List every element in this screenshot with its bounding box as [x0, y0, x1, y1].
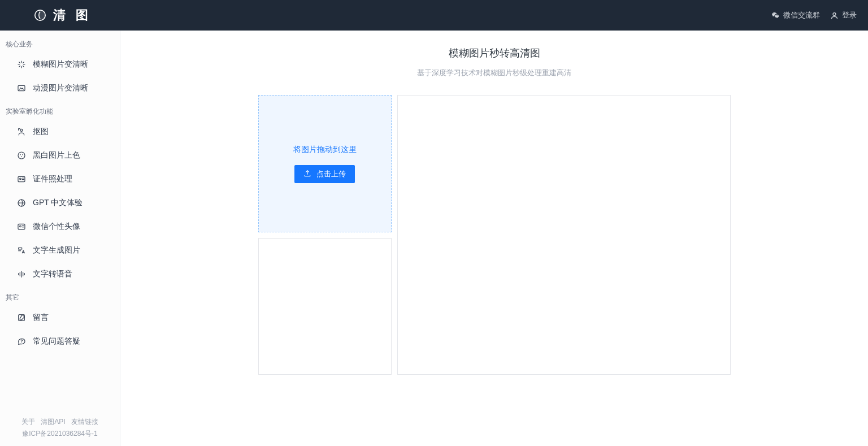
- idphoto-icon: [17, 175, 26, 184]
- wechat-icon: [771, 11, 780, 20]
- sidebar-item[interactable]: 留言: [0, 306, 120, 330]
- avatar-icon: [17, 222, 26, 231]
- user-icon: [830, 11, 839, 20]
- dropzone-text: 将图片拖动到这里: [293, 145, 357, 155]
- anime-icon: [17, 84, 26, 93]
- brand-name: 清 图: [53, 7, 92, 24]
- footer-link[interactable]: 关于: [21, 416, 35, 427]
- sidebar-item-label: 证件照处理: [33, 174, 72, 184]
- svg-point-1: [833, 12, 836, 15]
- cutout-icon: [17, 127, 26, 136]
- svg-rect-8: [18, 176, 25, 181]
- wechat-group-link[interactable]: 微信交流群: [771, 10, 820, 20]
- footer-link[interactable]: 清图API: [41, 416, 65, 427]
- sidebar-item[interactable]: 证件照处理: [0, 167, 120, 191]
- work-area: 将图片拖动到这里 点击上传: [120, 84, 868, 392]
- page-head: 模糊图片秒转高清图 基于深度学习技术对模糊图片秒级处理重建高清: [120, 31, 868, 84]
- app-header: 清 图 微信交流群 登录: [0, 0, 868, 31]
- sidebar-footer: 关于清图API友情链接 豫ICP备2021036284号-1: [0, 408, 120, 446]
- sidebar-item-label: 黑白图片上色: [33, 150, 80, 161]
- svg-point-14: [21, 342, 22, 343]
- svg-point-7: [21, 156, 22, 157]
- sidebar-item[interactable]: 文字转语音: [0, 262, 120, 286]
- svg-point-4: [18, 152, 25, 159]
- sidebar-nav-scroll[interactable]: 核心业务模糊图片变清晰动漫图片变清晰实验室孵化功能抠图黑白图片上色证件照处理GP…: [0, 31, 120, 408]
- login-link[interactable]: 登录: [830, 10, 857, 20]
- sidebar-group-label: 实验室孵化功能: [0, 100, 120, 120]
- sidebar-item[interactable]: 常见问题答疑: [0, 330, 120, 353]
- page-subtitle: 基于深度学习技术对模糊图片秒级处理重建高清: [120, 68, 868, 78]
- sidebar-group-label: 其它: [0, 286, 120, 306]
- footer-link[interactable]: 友情链接: [71, 416, 98, 427]
- brand[interactable]: 清 图: [34, 7, 92, 24]
- left-column: 将图片拖动到这里 点击上传: [258, 95, 392, 375]
- sidebar-item-label: 常见问题答疑: [33, 336, 80, 347]
- sidebar-item[interactable]: 微信个性头像: [0, 215, 120, 239]
- svg-point-5: [20, 154, 21, 155]
- enhance-icon: [17, 60, 26, 69]
- sidebar-item[interactable]: GPT 中文体验: [0, 191, 120, 215]
- sidebar-item-label: 模糊图片变清晰: [33, 59, 88, 70]
- sidebar-item[interactable]: 黑白图片上色: [0, 144, 120, 167]
- sidebar: 核心业务模糊图片变清晰动漫图片变清晰实验室孵化功能抠图黑白图片上色证件照处理GP…: [0, 31, 120, 446]
- sidebar-item-label: 留言: [33, 313, 49, 323]
- svg-point-12: [20, 226, 21, 227]
- login-label: 登录: [842, 10, 857, 20]
- gpt-icon: [17, 198, 26, 207]
- svg-point-9: [20, 178, 21, 180]
- result-panel: [397, 95, 731, 375]
- sidebar-item-label: GPT 中文体验: [33, 198, 83, 208]
- upload-icon: [303, 170, 312, 178]
- sidebar-item-label: 文字转语音: [33, 269, 72, 279]
- sidebar-item[interactable]: 模糊图片变清晰: [0, 53, 120, 76]
- sidebar-item-label: 抠图: [33, 127, 49, 137]
- sidebar-item[interactable]: 抠图: [0, 120, 120, 144]
- sidebar-item[interactable]: 动漫图片变清晰: [0, 76, 120, 100]
- faq-icon: [17, 337, 26, 346]
- feedback-icon: [17, 313, 26, 322]
- text2img-icon: [17, 246, 26, 255]
- tts-icon: [17, 270, 26, 279]
- main-content: 模糊图片秒转高清图 基于深度学习技术对模糊图片秒级处理重建高清 将图片拖动到这里…: [120, 31, 868, 446]
- sidebar-item-label: 文字生成图片: [33, 245, 80, 256]
- svg-rect-11: [18, 224, 25, 229]
- sidebar-item-label: 微信个性头像: [33, 222, 80, 232]
- page-title: 模糊图片秒转高清图: [120, 46, 868, 60]
- colorize-icon: [17, 151, 26, 160]
- header-actions: 微信交流群 登录: [771, 10, 857, 20]
- upload-dropzone[interactable]: 将图片拖动到这里 点击上传: [258, 95, 392, 232]
- upload-button-label: 点击上传: [316, 169, 346, 179]
- app-shell: 核心业务模糊图片变清晰动漫图片变清晰实验室孵化功能抠图黑白图片上色证件照处理GP…: [0, 31, 868, 446]
- svg-point-6: [22, 154, 23, 155]
- upload-button[interactable]: 点击上传: [294, 165, 355, 183]
- icp-link[interactable]: 豫ICP备2021036284号-1: [6, 428, 114, 439]
- sidebar-item[interactable]: 文字生成图片: [0, 239, 120, 262]
- sidebar-group-label: 核心业务: [0, 33, 120, 53]
- brand-logo-icon: [34, 9, 46, 21]
- svg-point-3: [20, 129, 23, 131]
- wechat-group-label: 微信交流群: [783, 10, 820, 20]
- sidebar-item-label: 动漫图片变清晰: [33, 83, 88, 93]
- sample-preview-box: [258, 238, 392, 375]
